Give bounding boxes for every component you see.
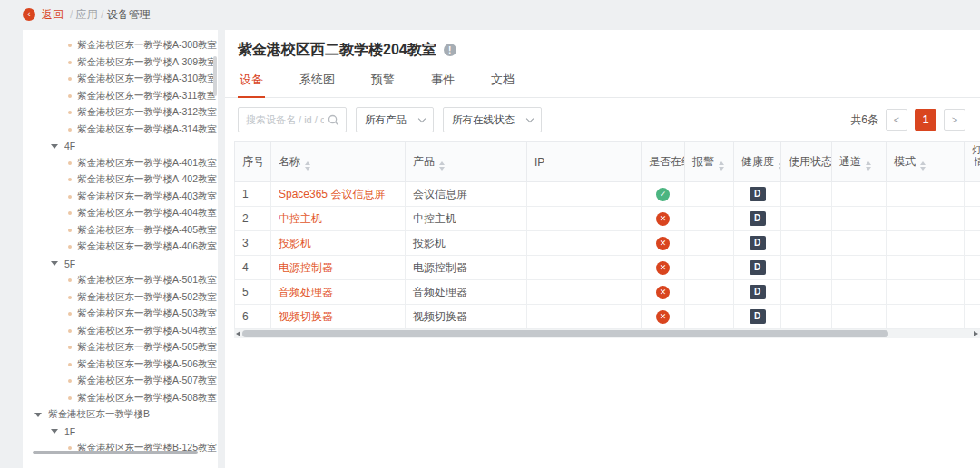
cell-usage-status bbox=[781, 231, 832, 256]
sort-icon[interactable] bbox=[305, 161, 310, 171]
column-header-7[interactable]: 使用状态 bbox=[781, 142, 832, 182]
prev-page-button[interactable] bbox=[886, 109, 907, 131]
online-status-filter-select[interactable]: 所有在线状态 bbox=[443, 107, 542, 132]
column-header-4[interactable]: 是否在线 bbox=[642, 142, 685, 182]
device-link[interactable]: 中控主机 bbox=[279, 212, 322, 225]
cell-online bbox=[642, 280, 685, 305]
device-link[interactable]: 电源控制器 bbox=[279, 261, 333, 274]
column-header-8[interactable]: 通道 bbox=[832, 142, 887, 182]
leaf-dot-icon bbox=[68, 211, 72, 215]
product-filter-select[interactable]: 所有产品 bbox=[356, 107, 434, 132]
scroll-right-arrow-icon[interactable] bbox=[974, 331, 978, 336]
device-link[interactable]: Space365 会议信息屏 bbox=[279, 188, 385, 200]
tree-leaf-item[interactable]: 紫金港校区东一教学楼A-401教室 (1) bbox=[23, 155, 218, 172]
tree-branch-item[interactable]: 4F bbox=[23, 138, 218, 155]
sort-down-caret bbox=[866, 167, 871, 171]
tree-leaf-item[interactable]: 紫金港校区东一教学楼A-402教室 (1) bbox=[23, 171, 218, 189]
tree-leaf-item[interactable]: 紫金港校区东一教学楼A-504教室 (1) bbox=[23, 323, 218, 340]
cell-name: 视频切换器 bbox=[271, 305, 406, 329]
tree-branch-item[interactable]: 紫金港校区东一教学楼B bbox=[23, 406, 218, 424]
cell-alarm bbox=[685, 182, 734, 207]
table-scrollbar-thumb[interactable] bbox=[242, 330, 888, 337]
column-header-6[interactable]: 健康度 bbox=[734, 142, 781, 182]
sidebar-vertical-scrollbar[interactable] bbox=[213, 56, 217, 96]
cell-index: 5 bbox=[235, 280, 271, 305]
leaf-dot-icon bbox=[68, 44, 72, 47]
back-link[interactable]: 返回 bbox=[42, 7, 64, 23]
column-header-2[interactable]: 产品 bbox=[406, 142, 527, 182]
tree-branch-item[interactable]: 1F bbox=[23, 424, 218, 441]
breadcrumb-item[interactable]: 应用 bbox=[76, 8, 98, 21]
tab-events[interactable]: 事件 bbox=[429, 64, 456, 98]
tab-system-diagram[interactable]: 系统图 bbox=[298, 64, 337, 98]
page-1-button[interactable]: 1 bbox=[915, 109, 936, 131]
column-header-9[interactable]: 模式 bbox=[887, 142, 965, 182]
back-icon[interactable] bbox=[23, 8, 35, 21]
tree-leaf-item[interactable]: 紫金港校区东一教学楼A-506教室 (1) bbox=[23, 356, 218, 374]
cell-index: 1 bbox=[235, 182, 271, 207]
device-link[interactable]: 视频切换器 bbox=[279, 310, 333, 323]
device-link[interactable]: 投影机 bbox=[279, 237, 311, 249]
cell-online bbox=[642, 256, 685, 280]
leaf-dot-icon bbox=[68, 229, 72, 232]
page-title: 紫金港校区西二教学楼204教室 bbox=[238, 41, 436, 60]
tree-item-label: 紫金港校区东一教学楼A-404教室 (1) bbox=[77, 207, 218, 219]
cell-product: 会议信息屏 bbox=[406, 182, 527, 207]
cell-mode bbox=[887, 182, 965, 207]
caret-down-icon[interactable] bbox=[51, 144, 58, 149]
tree-leaf-item[interactable]: 紫金港校区东一教学楼A-405教室 (1) bbox=[23, 222, 218, 239]
column-header-3: IP bbox=[527, 142, 642, 182]
scroll-left-arrow-icon[interactable] bbox=[236, 331, 240, 336]
tree-leaf-item[interactable]: 紫金港校区东一教学楼A-406教室 (1) bbox=[23, 239, 218, 256]
sort-icon[interactable] bbox=[866, 161, 871, 171]
info-icon[interactable] bbox=[444, 44, 456, 56]
tree-branch-item[interactable]: 5F bbox=[23, 256, 218, 273]
tree-leaf-item[interactable]: 紫金港校区东一教学楼A-507教室 (1) bbox=[23, 373, 218, 390]
tree-leaf-item[interactable]: 紫金港校区东一教学楼A-310教室 (1) bbox=[23, 71, 218, 88]
column-header-1[interactable]: 名称 bbox=[271, 142, 406, 182]
sort-up-caret bbox=[866, 161, 871, 165]
device-table: 序号名称产品IP是否在线报警健康度使用状态通道模式灯泡使用情况 (小时) 1Sp… bbox=[234, 141, 980, 329]
tree-item-label: 紫金港校区东一教学楼A-310教室 (1) bbox=[77, 73, 218, 85]
sort-icon[interactable] bbox=[920, 161, 926, 171]
tree-leaf-item[interactable]: 紫金港校区东一教学楼A-404教室 (1) bbox=[23, 205, 218, 222]
tree-leaf-item[interactable]: 紫金港校区东一教学楼A-505教室 (1) bbox=[23, 339, 218, 356]
tab-bar: 设备系统图预警事件文档 bbox=[225, 64, 980, 98]
tree-item-label: 紫金港校区东一教学楼A-505教室 (1) bbox=[77, 341, 218, 354]
tab-documents[interactable]: 文档 bbox=[489, 64, 516, 98]
tree-leaf-item[interactable]: 紫金港校区东一教学楼A-403教室 (1) bbox=[23, 189, 218, 206]
cell-product: 视频切换器 bbox=[406, 305, 527, 329]
tree-leaf-item[interactable]: 紫金港校区东一教学楼A-312教室 (1) bbox=[23, 104, 218, 122]
tree-leaf-item[interactable]: 紫金港校区东一教学楼A-308教室 (1) bbox=[23, 37, 218, 54]
sort-icon[interactable] bbox=[439, 161, 445, 171]
tree-leaf-item[interactable]: 紫金港校区东一教学楼A-309教室 (1) bbox=[23, 54, 218, 72]
leaf-dot-icon bbox=[68, 61, 72, 64]
caret-down-icon[interactable] bbox=[34, 413, 42, 417]
cell-index: 2 bbox=[235, 207, 271, 231]
tree-leaf-item[interactable]: 紫金港校区东一教学楼A-503教室 (1) bbox=[23, 306, 218, 323]
tree-leaf-item[interactable]: 紫金港校区东一教学楼A-502教室 (1) bbox=[23, 289, 218, 307]
breadcrumb: 返回 / 应用 / 设备管理 bbox=[23, 6, 151, 23]
caret-down-icon[interactable] bbox=[51, 261, 58, 266]
sort-icon[interactable] bbox=[719, 161, 724, 171]
cell-ip bbox=[527, 280, 642, 305]
tree-leaf-item[interactable]: 紫金港校区东一教学楼A-311教室 (1) bbox=[23, 88, 218, 105]
sidebar-horizontal-scrollbar[interactable] bbox=[33, 451, 198, 454]
tree-item-label: 紫金港校区东一教学楼A-401教室 (1) bbox=[77, 157, 218, 170]
tree-item-label: 紫金港校区东一教学楼A-312教室 (1) bbox=[77, 106, 218, 119]
tree-item-label: 紫金港校区东一教学楼A-506教室 (1) bbox=[77, 358, 218, 371]
next-page-button[interactable] bbox=[944, 109, 965, 131]
cell-alarm bbox=[685, 231, 734, 256]
tree-leaf-item[interactable]: 紫金港校区东一教学楼A-314教室 (1) bbox=[23, 122, 218, 139]
device-link[interactable]: 音频处理器 bbox=[279, 286, 333, 298]
tree-item-label: 紫金港校区东一教学楼A-507教室 (1) bbox=[77, 375, 218, 387]
tab-devices[interactable]: 设备 bbox=[238, 64, 265, 98]
column-header-5[interactable]: 报警 bbox=[685, 142, 734, 182]
tree-leaf-item[interactable]: 紫金港校区东一教学楼A-501教室 (1) bbox=[23, 272, 218, 289]
tab-warning[interactable]: 预警 bbox=[369, 64, 397, 98]
caret-down-icon[interactable] bbox=[51, 429, 58, 434]
leaf-dot-icon bbox=[68, 94, 72, 98]
cell-alarm bbox=[685, 256, 734, 280]
health-badge: D bbox=[750, 211, 766, 226]
tree-leaf-item[interactable]: 紫金港校区东一教学楼A-508教室 (1) bbox=[23, 390, 218, 407]
